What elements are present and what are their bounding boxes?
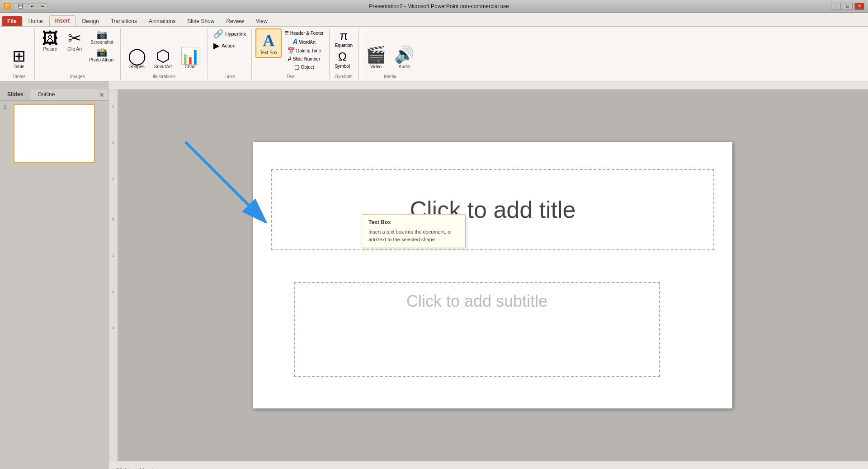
ribbon-content: ⊞ Table Tables 🖼 Picture ✂ Clip Art — [0, 26, 868, 81]
ribbon-tabs: File Home Insert Design Transitions Anim… — [0, 13, 868, 26]
slide-list: 1 — [0, 101, 108, 469]
slide-thumbnail-1[interactable] — [14, 104, 95, 163]
datetime-label: Date & Time — [296, 48, 321, 53]
notes-placeholder: Click to add notes — [116, 467, 159, 469]
tab-animations[interactable]: Animations — [143, 16, 181, 26]
headerfooter-button[interactable]: ≡ Header & Footer — [283, 28, 325, 38]
smartart-icon: ⬡ — [156, 48, 170, 64]
hyperlink-label: Hyperlink — [225, 31, 246, 37]
minimize-btn[interactable]: − — [831, 3, 841, 10]
equation-label: Equation — [335, 43, 353, 48]
ruler-v-marks: 3 2 1 0 1 2 3 — [108, 89, 118, 451]
close-btn[interactable]: ✕ — [854, 3, 864, 10]
svg-text:2: 2 — [112, 290, 114, 294]
main-area: Slides Outline ✕ 1 3 2 1 0 1 2 — [0, 89, 868, 469]
tooltip-body: Insert a text box into the document, or … — [368, 228, 459, 243]
canvas-scroll[interactable]: 3 2 1 0 1 2 3 Click to add title — [108, 89, 868, 461]
textbox-button[interactable]: A Text Box — [255, 28, 282, 58]
wordart-button[interactable]: A WordArt — [283, 38, 325, 47]
hyperlink-button[interactable]: 🔗 Hyperlink — [212, 28, 248, 39]
symbols-group-label: Symbols — [333, 73, 354, 79]
tab-design[interactable]: Design — [76, 16, 104, 26]
ribbon: File Home Insert Design Transitions Anim… — [0, 13, 868, 81]
object-label: Object — [301, 65, 314, 70]
photoalbum-label: Photo Album — [89, 57, 115, 62]
slides-tab[interactable]: Slides — [0, 89, 30, 100]
textbox-label: Text Box — [260, 50, 277, 55]
screenshot-label: Screenshot — [90, 40, 113, 45]
images-group-label: Images — [38, 73, 117, 79]
audio-button[interactable]: 🔊 Audio — [391, 43, 418, 71]
smartart-button[interactable]: ⬡ SmartArt — [151, 46, 175, 71]
slide-panel-tabs: Slides Outline ✕ — [0, 89, 108, 101]
clipart-label: Clip Art — [67, 47, 82, 52]
ribbon-group-symbols: π Equation Ω Symbol Symbols — [330, 28, 359, 80]
equation-button[interactable]: π Equation — [333, 28, 354, 48]
tab-view[interactable]: View — [250, 16, 273, 26]
undo-btn[interactable]: ↩ — [28, 3, 37, 9]
tab-review[interactable]: Review — [221, 16, 249, 26]
chart-button[interactable]: 📊 Chart — [176, 46, 204, 71]
tab-home[interactable]: Home — [23, 16, 48, 26]
screenshot-button[interactable]: 📷 Screenshot — [87, 28, 117, 45]
vertical-ruler: 3 2 1 0 1 2 3 — [108, 89, 118, 461]
canvas-area: 3 2 1 0 1 2 3 Click to add title — [108, 89, 868, 469]
headerfooter-label: Header & Footer — [290, 31, 324, 36]
title-placeholder[interactable]: Click to add title — [271, 169, 714, 250]
outline-tab[interactable]: Outline — [30, 89, 62, 100]
svg-line-10 — [185, 142, 249, 205]
window-title: Presentation2 - Microsoft PowerPoint non… — [47, 3, 831, 9]
redo-btn[interactable]: ↪ — [38, 3, 47, 9]
video-button[interactable]: 🎬 Video — [362, 43, 390, 71]
clipart-button[interactable]: ✂ Clip Art — [63, 28, 86, 53]
tab-file[interactable]: File — [2, 16, 22, 26]
tab-transitions[interactable]: Transitions — [105, 16, 142, 26]
action-button[interactable]: ▶ Action — [212, 40, 237, 51]
video-icon: 🎬 — [366, 45, 386, 64]
slide-canvas[interactable]: Click to add title Click to add subtitle — [253, 142, 732, 408]
textbox-icon: A — [263, 31, 274, 50]
tab-insert[interactable]: Insert — [49, 15, 76, 26]
chart-label: Chart — [184, 64, 195, 69]
slidenumber-icon: # — [288, 55, 292, 62]
symbol-label: Symbol — [335, 64, 350, 69]
picture-button[interactable]: 🖼 Picture — [38, 28, 62, 53]
video-label: Video — [370, 64, 382, 69]
symbol-icon: Ω — [338, 50, 347, 64]
tooltip-popup: Text Box Insert a text box into the docu… — [362, 214, 466, 248]
slidenumber-button[interactable]: # Slide Number — [283, 55, 325, 63]
ribbon-group-images: 🖼 Picture ✂ Clip Art 📷 Screenshot 📸 Phot… — [35, 28, 121, 80]
slide-number-1: 1 — [4, 104, 11, 110]
shapes-label: Shapes — [129, 64, 145, 69]
clipart-icon: ✂ — [68, 30, 81, 47]
maximize-btn[interactable]: □ — [843, 3, 853, 10]
action-icon: ▶ — [213, 41, 220, 51]
photoalbum-icon: 📸 — [96, 47, 108, 57]
quick-save-btn[interactable]: 💾 — [14, 3, 27, 9]
canvas-inner: Click to add title Click to add subtitle — [118, 89, 868, 461]
shapes-icon: ◯ — [128, 48, 146, 64]
picture-label: Picture — [43, 47, 57, 52]
ribbon-group-links: 🔗 Hyperlink ▶ Action Links — [208, 28, 252, 80]
tab-slideshow[interactable]: Slide Show — [182, 16, 220, 26]
picture-icon: 🖼 — [42, 30, 58, 47]
slide-item-1[interactable]: 1 — [4, 104, 104, 163]
photoalbum-button[interactable]: 📸 Photo Album — [87, 46, 117, 63]
datetime-button[interactable]: 📅 Date & Time — [283, 47, 325, 55]
shapes-button[interactable]: ◯ Shapes — [124, 46, 150, 71]
table-button[interactable]: ⊞ Table — [7, 46, 31, 71]
links-group-label: Links — [212, 73, 248, 79]
tables-group-label: Tables — [7, 73, 31, 79]
wordart-icon: A — [292, 38, 298, 46]
wordart-label: WordArt — [299, 40, 316, 45]
subtitle-placeholder[interactable]: Click to add subtitle — [294, 282, 660, 377]
notes-bar[interactable]: Click to add notes — [108, 461, 868, 469]
symbol-button[interactable]: Ω Symbol — [333, 49, 352, 69]
object-button[interactable]: ◻ Object — [283, 63, 325, 71]
panel-close-btn[interactable]: ✕ — [95, 89, 108, 100]
smartart-label: SmartArt — [154, 64, 172, 69]
media-group-label: Media — [362, 73, 418, 79]
audio-icon: 🔊 — [394, 45, 415, 64]
table-label: Table — [14, 64, 24, 69]
headerfooter-icon: ≡ — [284, 29, 288, 37]
